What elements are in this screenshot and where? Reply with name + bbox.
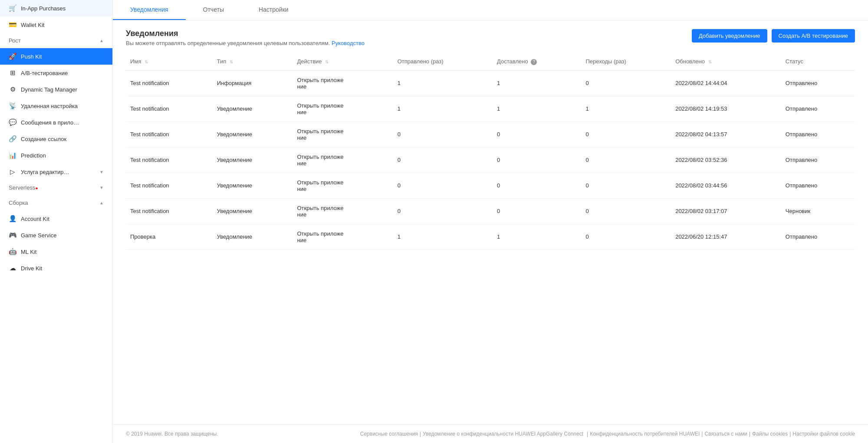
notifications-table: Имя ⇅ Тип ⇅ Действие ⇅ Отправлено (раз) … [126,53,855,250]
create-ab-test-button[interactable]: Создать A/B тестирование [772,29,855,43]
cell-delivered: 1 [493,70,581,96]
cell-status: Отправлено [781,121,855,147]
cell-status: Отправлено [781,70,855,96]
table-row[interactable]: Test notificationУведомлениеОткрыть прил… [126,173,855,198]
game-icon: 🎮 [9,231,16,239]
chevron-up-icon: ▲ [99,200,104,205]
copyright: © 2019 Huawei. Все права защищены. [126,431,218,437]
tab-settings[interactable]: Настройки [241,0,306,20]
footer-link-cookies[interactable]: Файлы cookies [752,431,788,437]
sidebar-item-in-app-purchases[interactable]: 🛒 In-App Purchases [0,0,112,16]
col-delivered: Доставлено ? [493,53,581,70]
sidebar-section-growth[interactable]: Рост ▲ [0,33,112,48]
table-row[interactable]: Test notificationУведомлениеОткрыть прил… [126,96,855,121]
sort-icon: ⇅ [325,59,329,64]
tab-notifications[interactable]: Уведомления [113,0,186,20]
cell-sent: 1 [393,224,493,249]
sidebar-item-drive-kit[interactable]: ☁ Drive Kit [0,260,112,276]
cell-clicks: 0 [581,198,671,224]
footer-link-contact[interactable]: Связаться с нами [704,431,747,437]
chevron-down-icon: ▼ [99,185,104,190]
cell-type: Уведомление [213,173,293,198]
remote-icon: 📡 [9,102,16,110]
header-buttons: Добавить уведомление Создать A/B тестиро… [692,29,855,43]
sidebar-item-push-kit[interactable]: 🚀 Push Kit [0,48,112,65]
wallet-icon: 💳 [9,21,16,29]
cell-status: Отправлено [781,96,855,121]
sidebar-item-label: In-App Purchases [21,5,104,12]
cell-type: Уведомление [213,121,293,147]
info-icon: ? [531,59,537,65]
add-notification-button[interactable]: Добавить уведомление [692,29,767,43]
cell-name: Test notification [126,96,213,121]
sidebar-item-label: А/В-тестирование [21,70,104,76]
cell-clicks: 0 [581,173,671,198]
cell-sent: 1 [393,96,493,121]
tag-icon: ⚙ [9,85,16,93]
cell-status: Отправлено [781,173,855,198]
cell-clicks: 0 [581,70,671,96]
cell-name: Test notification [126,70,213,96]
sidebar-item-label: Услуга редактир… [21,169,95,175]
table-row[interactable]: Test notificationУведомлениеОткрыть прил… [126,198,855,224]
sidebar: 🛒 In-App Purchases 💳 Wallet Kit Рост ▲ 🚀… [0,0,113,443]
cell-name: Проверка [126,224,213,249]
guide-link[interactable]: Руководство [332,40,365,46]
sidebar-item-in-app-messages[interactable]: 💬 Сообщения в прило… [0,114,112,131]
cell-sent: 0 [393,121,493,147]
col-sent: Отправлено (раз) [393,53,493,70]
sidebar-item-game-service[interactable]: 🎮 Game Service [0,227,112,243]
cell-delivered: 1 [493,96,581,121]
sidebar-item-ml-kit[interactable]: 🤖 ML Kit [0,243,112,260]
cell-sent: 0 [393,173,493,198]
shopping-icon: 🛒 [9,4,16,12]
footer-link-privacy[interactable]: Уведомление о конфиденциальности HUAWEI … [423,431,583,437]
table-row[interactable]: Test notificationУведомлениеОткрыть прил… [126,121,855,147]
col-status: Статус [781,53,855,70]
sidebar-item-label: Drive Kit [21,265,104,272]
sidebar-item-label: Сообщения в прило… [21,119,104,126]
cell-updated: 2022/08/02 14:19:53 [671,96,781,121]
cell-updated: 2022/08/02 03:17:07 [671,198,781,224]
sort-icon: ⇅ [145,59,148,64]
table-row[interactable]: ПроверкаУведомлениеОткрыть приложение110… [126,224,855,249]
sort-icon: ⇅ [708,59,712,64]
cell-type: Уведомление [213,198,293,224]
sidebar-item-remote-config[interactable]: 📡 Удаленная настройка [0,98,112,114]
main-content: Уведомления Отчеты Настройки Уведомления… [113,0,868,443]
col-name: Имя ⇅ [126,53,213,70]
section-label: Рост [9,37,21,44]
sidebar-item-label: Wallet Kit [21,22,104,28]
sidebar-item-edit-service[interactable]: ▷ Услуга редактир… ▼ [0,164,112,180]
sidebar-item-label: ML Kit [21,249,104,255]
cell-status: Отправлено [781,224,855,249]
sidebar-item-prediction[interactable]: 📊 Prediction [0,147,112,164]
page-title: Уведомления [126,29,365,38]
cell-action: Открыть приложение [293,121,393,147]
footer-link-service[interactable]: Сервисные соглашения [360,431,418,437]
footer-link-consumer-privacy[interactable]: Конфиденциальность потребителей HUAWEI [590,431,700,437]
link-icon: 🔗 [9,135,16,143]
cell-status: Отправлено [781,147,855,173]
sidebar-item-account-kit[interactable]: 👤 Account Kit [0,210,112,227]
footer-link-cookie-settings[interactable]: Настройки файлов cookie [792,431,855,437]
page-header: Уведомления Вы можете отправлять определ… [113,20,868,53]
cell-updated: 2022/06/20 12:15:47 [671,224,781,249]
ab-test-icon: ⊞ [9,69,16,77]
sidebar-item-dynamic-tag[interactable]: ⚙ Dynamic Tag Manager [0,81,112,98]
table-row[interactable]: Test notificationУведомлениеОткрыть прил… [126,147,855,173]
sidebar-item-link-builder[interactable]: 🔗 Создание ссылок [0,131,112,147]
cell-delivered: 0 [493,198,581,224]
sidebar-section-serverless[interactable]: Serverless● ▼ [0,180,112,195]
sidebar-section-sborka[interactable]: Сборка ▲ [0,195,112,210]
tab-reports[interactable]: Отчеты [186,0,241,20]
notifications-table-container: Имя ⇅ Тип ⇅ Действие ⇅ Отправлено (раз) … [113,53,868,424]
rocket-icon: 🚀 [9,53,16,60]
cell-clicks: 0 [581,224,671,249]
cell-delivered: 0 [493,147,581,173]
sidebar-item-ab-testing[interactable]: ⊞ А/В-тестирование [0,65,112,81]
sidebar-item-wallet-kit[interactable]: 💳 Wallet Kit [0,16,112,33]
footer-links: Сервисные соглашения | Уведомление о кон… [360,431,855,437]
table-row[interactable]: Test notificationИнформацияОткрыть прило… [126,70,855,96]
edit-icon: ▷ [9,168,16,176]
